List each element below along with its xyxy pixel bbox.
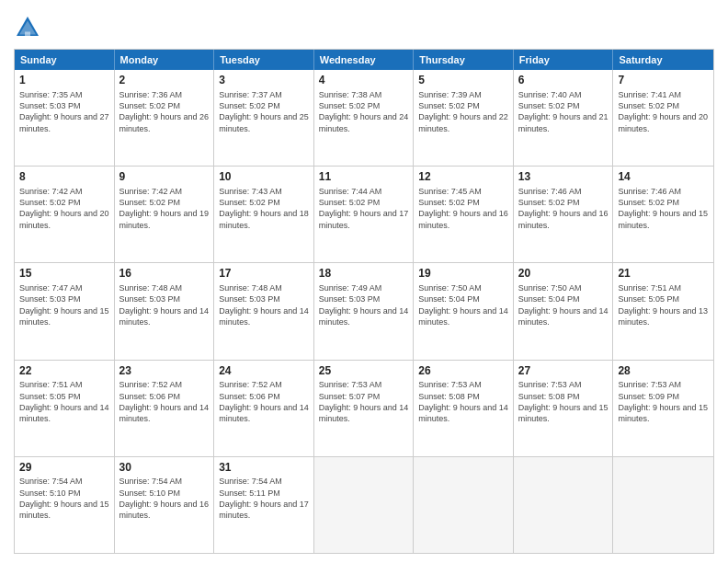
calendar-cell: 5 Sunrise: 7:39 AMSunset: 5:02 PMDayligh… <box>414 70 514 166</box>
day-info: Sunrise: 7:44 AMSunset: 5:02 PMDaylight:… <box>319 187 409 230</box>
day-info: Sunrise: 7:40 AMSunset: 5:02 PMDaylight:… <box>518 90 609 133</box>
day-number: 19 <box>418 267 508 282</box>
day-number: 9 <box>119 170 210 185</box>
calendar-cell: 21 Sunrise: 7:51 AMSunset: 5:05 PMDaylig… <box>613 263 713 359</box>
header-day-sunday: Sunday <box>15 50 115 70</box>
day-number: 8 <box>19 170 109 185</box>
day-number: 7 <box>618 74 709 88</box>
logo-icon <box>14 14 41 41</box>
calendar-cell: 23 Sunrise: 7:52 AMSunset: 5:06 PMDaylig… <box>115 361 215 456</box>
day-number: 16 <box>119 267 210 282</box>
day-number: 29 <box>19 461 109 476</box>
day-number: 18 <box>319 267 409 282</box>
day-info: Sunrise: 7:45 AMSunset: 5:02 PMDaylight:… <box>418 187 508 230</box>
calendar-cell: 24 Sunrise: 7:52 AMSunset: 5:06 PMDaylig… <box>214 361 314 456</box>
calendar-cell: 16 Sunrise: 7:48 AMSunset: 5:03 PMDaylig… <box>115 263 215 359</box>
calendar-cell: 31 Sunrise: 7:54 AMSunset: 5:11 PMDaylig… <box>214 457 314 553</box>
calendar-cell: 30 Sunrise: 7:54 AMSunset: 5:10 PMDaylig… <box>115 457 215 553</box>
day-info: Sunrise: 7:50 AMSunset: 5:04 PMDaylight:… <box>418 283 508 327</box>
day-number: 6 <box>518 74 609 88</box>
day-info: Sunrise: 7:37 AMSunset: 5:02 PMDaylight:… <box>219 90 309 133</box>
day-number: 12 <box>418 170 508 185</box>
calendar-cell <box>314 457 415 553</box>
day-info: Sunrise: 7:47 AMSunset: 5:03 PMDaylight:… <box>19 283 109 327</box>
day-info: Sunrise: 7:54 AMSunset: 5:10 PMDaylight:… <box>119 477 210 520</box>
day-info: Sunrise: 7:46 AMSunset: 5:02 PMDaylight:… <box>518 187 609 230</box>
day-info: Sunrise: 7:48 AMSunset: 5:03 PMDaylight:… <box>219 283 309 327</box>
day-info: Sunrise: 7:53 AMSunset: 5:08 PMDaylight:… <box>418 380 508 423</box>
calendar-cell: 27 Sunrise: 7:53 AMSunset: 5:08 PMDaylig… <box>514 361 614 456</box>
day-info: Sunrise: 7:41 AMSunset: 5:02 PMDaylight:… <box>618 90 708 133</box>
calendar-cell <box>414 457 514 553</box>
day-info: Sunrise: 7:49 AMSunset: 5:03 PMDaylight:… <box>319 283 409 327</box>
calendar-row-1: 8 Sunrise: 7:42 AMSunset: 5:02 PMDayligh… <box>15 166 713 262</box>
calendar-cell: 4 Sunrise: 7:38 AMSunset: 5:02 PMDayligh… <box>314 70 415 166</box>
header-day-saturday: Saturday <box>613 50 713 70</box>
calendar-cell: 10 Sunrise: 7:43 AMSunset: 5:02 PMDaylig… <box>214 167 314 262</box>
calendar-cell: 3 Sunrise: 7:37 AMSunset: 5:02 PMDayligh… <box>214 70 314 166</box>
day-info: Sunrise: 7:54 AMSunset: 5:11 PMDaylight:… <box>219 477 309 520</box>
day-info: Sunrise: 7:54 AMSunset: 5:10 PMDaylight:… <box>19 477 109 520</box>
logo <box>14 14 45 41</box>
calendar-cell: 26 Sunrise: 7:53 AMSunset: 5:08 PMDaylig… <box>414 361 514 456</box>
day-info: Sunrise: 7:35 AMSunset: 5:03 PMDaylight:… <box>19 90 109 133</box>
day-number: 27 <box>518 364 609 379</box>
day-info: Sunrise: 7:53 AMSunset: 5:08 PMDaylight:… <box>518 380 609 423</box>
calendar: SundayMondayTuesdayWednesdayThursdayFrid… <box>14 49 714 554</box>
calendar-cell: 22 Sunrise: 7:51 AMSunset: 5:05 PMDaylig… <box>15 361 115 456</box>
day-number: 14 <box>618 170 709 185</box>
calendar-cell: 25 Sunrise: 7:53 AMSunset: 5:07 PMDaylig… <box>314 361 415 456</box>
day-number: 2 <box>119 74 210 88</box>
day-number: 1 <box>19 74 109 88</box>
day-number: 15 <box>19 267 109 282</box>
day-info: Sunrise: 7:50 AMSunset: 5:04 PMDaylight:… <box>518 283 609 327</box>
calendar-row-0: 1 Sunrise: 7:35 AMSunset: 5:03 PMDayligh… <box>15 70 713 166</box>
day-number: 26 <box>418 364 508 379</box>
day-number: 31 <box>219 461 309 476</box>
calendar-cell: 14 Sunrise: 7:46 AMSunset: 5:02 PMDaylig… <box>613 167 713 262</box>
day-info: Sunrise: 7:51 AMSunset: 5:05 PMDaylight:… <box>618 283 708 327</box>
day-info: Sunrise: 7:53 AMSunset: 5:09 PMDaylight:… <box>618 380 708 423</box>
day-number: 24 <box>219 364 309 379</box>
day-info: Sunrise: 7:42 AMSunset: 5:02 PMDaylight:… <box>119 187 210 230</box>
day-info: Sunrise: 7:39 AMSunset: 5:02 PMDaylight:… <box>418 90 508 133</box>
day-info: Sunrise: 7:38 AMSunset: 5:02 PMDaylight:… <box>319 90 409 133</box>
calendar-cell: 6 Sunrise: 7:40 AMSunset: 5:02 PMDayligh… <box>514 70 614 166</box>
calendar-body: 1 Sunrise: 7:35 AMSunset: 5:03 PMDayligh… <box>15 70 713 553</box>
calendar-cell: 18 Sunrise: 7:49 AMSunset: 5:03 PMDaylig… <box>314 263 415 359</box>
calendar-cell: 17 Sunrise: 7:48 AMSunset: 5:03 PMDaylig… <box>214 263 314 359</box>
day-number: 5 <box>418 74 508 88</box>
calendar-cell: 9 Sunrise: 7:42 AMSunset: 5:02 PMDayligh… <box>115 167 215 262</box>
day-info: Sunrise: 7:53 AMSunset: 5:07 PMDaylight:… <box>319 380 409 423</box>
header-day-thursday: Thursday <box>414 50 514 70</box>
day-info: Sunrise: 7:51 AMSunset: 5:05 PMDaylight:… <box>19 380 109 423</box>
header-day-monday: Monday <box>115 50 215 70</box>
day-info: Sunrise: 7:43 AMSunset: 5:02 PMDaylight:… <box>219 187 309 230</box>
calendar-row-4: 29 Sunrise: 7:54 AMSunset: 5:10 PMDaylig… <box>15 456 713 553</box>
calendar-cell: 13 Sunrise: 7:46 AMSunset: 5:02 PMDaylig… <box>514 167 614 262</box>
calendar-page: SundayMondayTuesdayWednesdayThursdayFrid… <box>0 0 728 563</box>
day-number: 3 <box>219 74 309 88</box>
day-number: 4 <box>319 74 409 88</box>
calendar-cell: 2 Sunrise: 7:36 AMSunset: 5:02 PMDayligh… <box>115 70 215 166</box>
calendar-cell: 8 Sunrise: 7:42 AMSunset: 5:02 PMDayligh… <box>15 167 115 262</box>
day-number: 23 <box>119 364 210 379</box>
day-info: Sunrise: 7:42 AMSunset: 5:02 PMDaylight:… <box>19 187 109 230</box>
calendar-header: SundayMondayTuesdayWednesdayThursdayFrid… <box>15 50 713 70</box>
day-info: Sunrise: 7:36 AMSunset: 5:02 PMDaylight:… <box>119 90 210 133</box>
day-info: Sunrise: 7:52 AMSunset: 5:06 PMDaylight:… <box>219 380 309 423</box>
day-number: 10 <box>219 170 309 185</box>
day-number: 20 <box>518 267 609 282</box>
day-info: Sunrise: 7:46 AMSunset: 5:02 PMDaylight:… <box>618 187 708 230</box>
day-number: 11 <box>319 170 409 185</box>
calendar-row-3: 22 Sunrise: 7:51 AMSunset: 5:05 PMDaylig… <box>15 360 713 456</box>
day-number: 28 <box>618 364 709 379</box>
day-number: 22 <box>19 364 109 379</box>
calendar-cell: 7 Sunrise: 7:41 AMSunset: 5:02 PMDayligh… <box>613 70 713 166</box>
day-number: 13 <box>518 170 609 185</box>
calendar-cell <box>514 457 614 553</box>
calendar-cell: 1 Sunrise: 7:35 AMSunset: 5:03 PMDayligh… <box>15 70 115 166</box>
calendar-cell: 19 Sunrise: 7:50 AMSunset: 5:04 PMDaylig… <box>414 263 514 359</box>
calendar-cell: 20 Sunrise: 7:50 AMSunset: 5:04 PMDaylig… <box>514 263 614 359</box>
calendar-cell: 29 Sunrise: 7:54 AMSunset: 5:10 PMDaylig… <box>15 457 115 553</box>
